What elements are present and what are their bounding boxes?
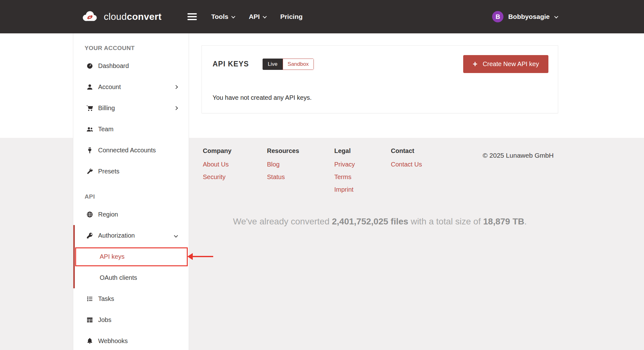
sidebar-item-presets[interactable]: Presets — [73, 161, 189, 182]
toggle-sandbox-button[interactable]: Sandbox — [283, 59, 314, 70]
card-title: API KEYS — [213, 60, 249, 68]
cart-icon — [86, 104, 93, 112]
footer-link-about-us[interactable]: About Us — [203, 161, 231, 168]
footer-column-company: Company About Us Security — [203, 147, 231, 186]
team-icon — [86, 126, 93, 133]
create-new-api-key-button[interactable]: + Create New API key — [463, 55, 548, 73]
sidebar-item-label: Connected Accounts — [98, 147, 156, 154]
sidebar-heading-your-account: YOUR ACCOUNT — [73, 33, 189, 55]
sidebar-subitem-api-keys[interactable]: API keys — [73, 246, 189, 267]
sidebar-item-label: Authorization — [98, 232, 135, 239]
sidebar-item-label: Webhooks — [98, 337, 128, 345]
footer-link-terms[interactable]: Terms — [334, 173, 355, 181]
empty-state-message: You have not created any API keys. — [213, 94, 558, 101]
card-header: API KEYS Live Sandbox + Create New API k… — [202, 46, 558, 73]
footer-heading: Contact — [391, 147, 422, 155]
api-keys-card: API KEYS Live Sandbox + Create New API k… — [202, 45, 558, 113]
sidebar-item-team[interactable]: Team — [73, 119, 189, 140]
sidebar-item-billing[interactable]: Billing — [73, 98, 189, 119]
footer-link-imprint[interactable]: Imprint — [334, 186, 355, 193]
chevron-down-icon — [554, 14, 558, 18]
sidebar-item-label: Region — [98, 211, 118, 218]
footer-link-status[interactable]: Status — [267, 173, 299, 181]
create-button-label: Create New API key — [483, 60, 539, 68]
sidebar-item-label: Account — [98, 83, 121, 91]
sidebar-item-label: Billing — [98, 104, 115, 112]
user-icon — [86, 83, 93, 91]
nav-item-pricing[interactable]: Pricing — [280, 13, 303, 20]
footer-column-resources: Resources Blog Status — [267, 147, 299, 186]
toggle-live-button[interactable]: Live — [263, 59, 282, 70]
chevron-down-icon — [263, 14, 267, 18]
sidebar-item-label: API keys — [100, 253, 125, 260]
plug-icon — [86, 147, 93, 154]
sidebar-item-label: Tasks — [98, 295, 114, 302]
sidebar-item-tasks[interactable]: Tasks — [73, 288, 189, 309]
copyright-text: © 2025 Lunaweb GmbH — [483, 152, 554, 159]
top-navbar: cloudconvert Tools API Pricing B Bobbyos… — [0, 0, 644, 33]
sidebar-item-label: OAuth clients — [100, 274, 137, 281]
avatar: B — [492, 11, 503, 22]
footer-link-privacy[interactable]: Privacy — [334, 161, 355, 168]
footer-link-contact-us[interactable]: Contact Us — [391, 161, 422, 168]
authorization-group: Authorization API keys OAuth clients — [73, 225, 189, 288]
footer-link-blog[interactable]: Blog — [267, 161, 299, 168]
sidebar-item-region[interactable]: Region — [73, 204, 189, 225]
live-sandbox-toggle: Live Sandbox — [263, 59, 314, 70]
sidebar-item-webhooks[interactable]: Webhooks — [73, 330, 189, 350]
dashboard-icon — [86, 62, 93, 70]
sidebar-item-label: Jobs — [98, 316, 111, 324]
sidebar-item-dashboard[interactable]: Dashboard — [73, 55, 189, 76]
sidebar-item-account[interactable]: Account — [73, 76, 189, 98]
sidebar-item-label: Team — [98, 126, 114, 133]
nav-menu: Tools API Pricing — [211, 13, 303, 20]
user-name: Bobbyosagie — [508, 13, 550, 20]
plus-icon: + — [473, 60, 477, 68]
tasks-icon — [86, 295, 93, 302]
nav-item-api[interactable]: API — [249, 13, 266, 20]
bell-icon — [86, 337, 93, 345]
sidebar-heading-api: API — [73, 182, 189, 204]
globe-icon — [86, 211, 93, 218]
footer-heading: Resources — [267, 147, 299, 155]
brand-name: cloudconvert — [104, 11, 162, 22]
chevron-down-icon — [174, 234, 178, 238]
cloudconvert-logo-icon — [80, 10, 99, 24]
sidebar-item-jobs[interactable]: Jobs — [73, 309, 189, 330]
footer-column-contact: Contact Contact Us — [391, 147, 422, 173]
conversion-stats: We've already converted 2,401,752,025 fi… — [202, 217, 558, 227]
chevron-right-icon — [174, 106, 178, 110]
sidebar-item-label: Presets — [98, 168, 119, 175]
footer-column-legal: Legal Privacy Terms Imprint — [334, 147, 355, 199]
sidebar: YOUR ACCOUNT Dashboard Account Billing T… — [73, 33, 189, 350]
sidebar-subitem-oauth-clients[interactable]: OAuth clients — [73, 267, 189, 288]
chevron-right-icon — [174, 85, 178, 89]
sidebar-item-connected-accounts[interactable]: Connected Accounts — [73, 140, 189, 161]
wrench-icon — [86, 168, 93, 175]
user-menu[interactable]: B Bobbyosagie — [492, 11, 557, 22]
key-icon — [86, 232, 93, 239]
hamburger-menu-icon[interactable] — [187, 12, 197, 22]
footer-link-security[interactable]: Security — [203, 173, 231, 181]
jobs-icon — [86, 316, 93, 324]
footer-heading: Company — [203, 147, 231, 155]
footer-heading: Legal — [334, 147, 355, 155]
brand-logo[interactable]: cloudconvert — [80, 10, 162, 24]
nav-item-tools[interactable]: Tools — [211, 13, 234, 20]
chevron-down-icon — [231, 14, 236, 18]
sidebar-item-authorization[interactable]: Authorization — [73, 225, 189, 246]
sidebar-item-label: Dashboard — [98, 62, 129, 70]
